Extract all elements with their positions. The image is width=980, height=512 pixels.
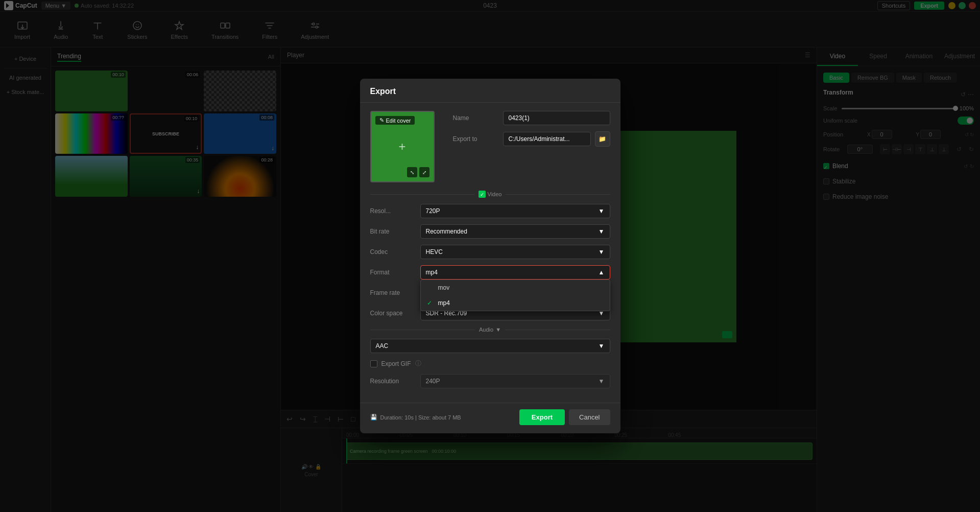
video-label: Video — [488, 191, 502, 197]
format-value: mp4 — [426, 269, 438, 276]
cancel-button[interactable]: Cancel — [569, 409, 610, 425]
audio-section-header: Audio ▼ — [479, 327, 501, 333]
gif-label: Export GIF — [381, 360, 411, 367]
duration-info: Duration: 10s | Size: about 7 MB — [380, 414, 461, 421]
format-dropdown-menu: mov ✓ mp4 — [420, 280, 610, 311]
format-label: Format — [370, 269, 416, 276]
codec-value: HEVC — [426, 248, 443, 255]
resolution-value: 720P — [426, 207, 440, 215]
format-row: Format mp4 ▲ mov ✓ — [370, 265, 610, 280]
modal-header: Export — [360, 79, 620, 103]
resolution-row: Resol... 720P ▼ — [370, 204, 610, 218]
gif-resolution-label: Resolution — [370, 378, 416, 385]
format-option-mov-label: mov — [438, 284, 450, 291]
video-section: ✓ Video Resol... 720P ▼ Bit rat — [370, 191, 610, 320]
audio-codec-chevron-icon: ▼ — [599, 342, 605, 350]
gif-resolution-chevron-icon: ▼ — [599, 378, 605, 385]
audio-codec-row: AAC ▼ — [370, 339, 610, 353]
name-label: Name — [453, 114, 499, 122]
bitrate-label: Bit rate — [370, 228, 416, 235]
format-dropdown-container: mp4 ▲ mov ✓ mp4 — [420, 265, 610, 280]
save-icon: 💾 — [370, 414, 377, 421]
audio-divider: Audio ▼ — [370, 327, 610, 333]
divider-line-a — [370, 330, 475, 330]
export-modal: Export ✎ Edit cover + ⤡ ⤢ — [360, 79, 620, 433]
name-input[interactable] — [503, 111, 610, 125]
cover-and-form: ✎ Edit cover + ⤡ ⤢ Name — [370, 111, 610, 182]
modal-title: Export — [370, 87, 396, 96]
format-dropdown-trigger[interactable]: mp4 ▲ — [420, 265, 610, 280]
video-divider: ✓ Video — [370, 191, 610, 198]
export-to-input[interactable] — [503, 132, 591, 146]
gif-info-icon: ⓘ — [415, 359, 421, 368]
video-section-header: ✓ Video — [479, 191, 502, 198]
export-to-label: Export to — [453, 135, 499, 143]
bitrate-chevron-icon: ▼ — [599, 228, 605, 235]
edit-cover-icon: ✎ — [379, 117, 384, 124]
footer-actions: Export Cancel — [519, 409, 610, 425]
bitrate-row: Bit rate Recommended ▼ — [370, 224, 610, 239]
format-selected-icon: ✓ — [427, 299, 434, 307]
audio-codec-value: AAC — [376, 342, 389, 350]
resolution-select[interactable]: 720P ▼ — [420, 204, 610, 218]
folder-browse-button[interactable]: 📁 — [595, 131, 610, 147]
cover-controls: ⤡ ⤢ — [407, 167, 429, 177]
name-row: Name — [453, 111, 610, 125]
footer-info: 💾 Duration: 10s | Size: about 7 MB — [370, 414, 461, 421]
cover-preview: ✎ Edit cover + ⤡ ⤢ — [370, 111, 435, 182]
codec-select[interactable]: HEVC ▼ — [420, 245, 610, 259]
codec-chevron-icon: ▼ — [599, 248, 605, 255]
folder-icon: 📁 — [599, 135, 606, 143]
gif-resolution-value: 240P — [426, 378, 440, 385]
cancel-button-label: Cancel — [579, 413, 600, 421]
audio-label: Audio — [479, 327, 493, 333]
export-button[interactable]: Export — [519, 409, 565, 425]
colorspace-label: Color space — [370, 310, 416, 317]
export-button-label: Export — [532, 413, 553, 421]
codec-row: Codec HEVC ▼ — [370, 245, 610, 259]
audio-chevron-icon: ▼ — [495, 327, 501, 333]
resolution-label: Resol... — [370, 207, 416, 215]
audio-codec-select[interactable]: AAC ▼ — [370, 339, 610, 353]
codec-label: Codec — [370, 248, 416, 255]
edit-cover-label: Edit cover — [386, 118, 411, 124]
gif-checkbox[interactable] — [370, 360, 377, 367]
cover-shrink-icon[interactable]: ⤢ — [419, 167, 429, 177]
format-option-mov[interactable]: mov — [421, 280, 610, 295]
audio-section: Audio ▼ AAC ▼ — [370, 327, 610, 353]
framerate-label: Frame rate — [370, 289, 416, 296]
cover-expand-icon[interactable]: ⤡ — [407, 167, 417, 177]
modal-footer: 💾 Duration: 10s | Size: about 7 MB Expor… — [360, 403, 620, 433]
bitrate-select[interactable]: Recommended ▼ — [420, 224, 610, 239]
gif-row: Export GIF ⓘ — [370, 359, 610, 368]
export-to-row: Export to 📁 — [453, 131, 610, 147]
format-option-mp4-label: mp4 — [438, 299, 450, 307]
format-chevron-up-icon: ▲ — [599, 269, 605, 276]
cover-plus-icon: + — [398, 139, 405, 154]
format-option-mp4[interactable]: ✓ mp4 — [421, 295, 610, 311]
modal-body: ✎ Edit cover + ⤡ ⤢ Name — [360, 103, 620, 403]
modal-overlay: Export ✎ Edit cover + ⤡ ⤢ — [0, 0, 980, 512]
video-checkbox[interactable]: ✓ — [479, 191, 486, 198]
bitrate-value: Recommended — [426, 228, 467, 235]
divider-line — [506, 194, 610, 195]
edit-cover-button[interactable]: ✎ Edit cover — [375, 116, 415, 125]
resolution-chevron-icon: ▼ — [599, 207, 605, 215]
gif-resolution-select[interactable]: 240P ▼ — [420, 374, 610, 388]
divider-line-a2 — [505, 330, 610, 330]
export-form: Name Export to 📁 — [453, 111, 610, 182]
video-check-icon: ✓ — [480, 192, 484, 197]
gif-resolution-row: Resolution 240P ▼ — [370, 374, 610, 388]
divider-line — [370, 194, 474, 195]
